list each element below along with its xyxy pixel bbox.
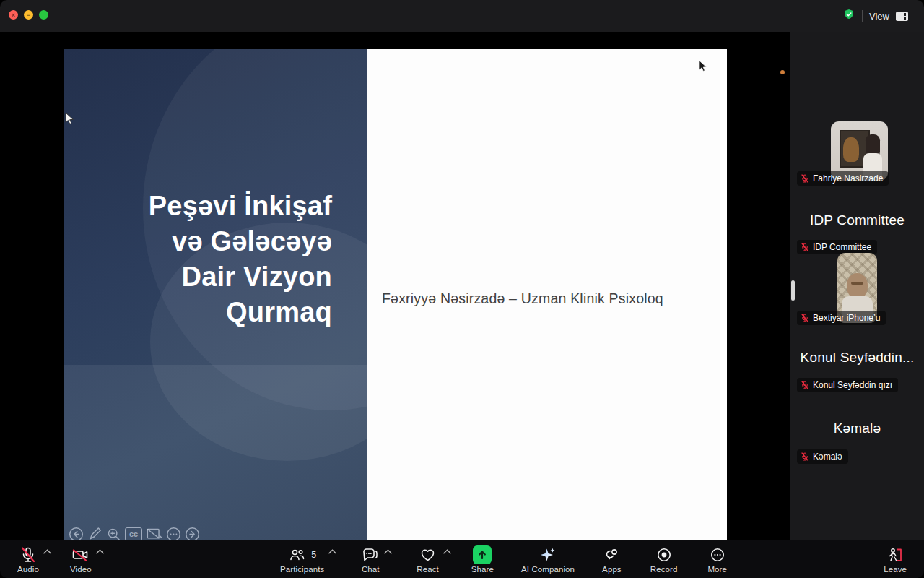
presenter-cursor-black xyxy=(699,60,708,76)
leave-button[interactable]: Leave xyxy=(876,540,914,574)
participants-options-caret[interactable] xyxy=(328,540,336,574)
participant-name-badge: IDP Committee xyxy=(797,240,877,254)
apps-label: Apps xyxy=(602,565,622,574)
ai-companion-label: AI Companion xyxy=(521,565,575,574)
chat-button[interactable]: Chat xyxy=(354,540,387,574)
participants-label: Participants xyxy=(280,565,324,574)
security-shield-icon xyxy=(842,8,855,24)
panel-scrollbar[interactable] xyxy=(791,280,795,301)
view-button-label: View xyxy=(869,11,889,22)
chat-label: Chat xyxy=(362,565,380,574)
minimize-button[interactable]: − xyxy=(24,10,33,20)
muted-mic-icon xyxy=(801,452,809,462)
heart-icon xyxy=(419,546,437,564)
share-label: Share xyxy=(471,565,494,574)
status-indicator-dot xyxy=(780,70,785,74)
record-button[interactable]: Record xyxy=(643,540,685,574)
slide-title-line: və Gələcəyə xyxy=(94,224,332,259)
apps-icon xyxy=(603,546,620,564)
participant-name-badge: Bextiyar iPhone’u xyxy=(797,311,886,325)
chat-icon xyxy=(361,546,380,564)
react-button[interactable]: React xyxy=(409,540,446,574)
ai-sparkle-icon xyxy=(539,546,557,564)
leave-label: Leave xyxy=(884,565,907,574)
video-label: Video xyxy=(70,565,92,574)
closed-captions-button[interactable]: cc xyxy=(125,527,142,540)
meeting-toolbar: Audio Video 5 Participants xyxy=(0,540,924,578)
slideshow-more-button[interactable] xyxy=(166,527,181,540)
ai-companion-button[interactable]: AI Companion xyxy=(514,540,582,574)
slide-title-line: Peşəvi İnkişaf xyxy=(94,189,332,224)
slide-title: Peşəvi İnkişaf və Gələcəyə Dair Vizyon Q… xyxy=(94,189,332,330)
view-control[interactable]: View xyxy=(835,7,915,25)
shared-screen-area: Peşəvi İnkişaf və Gələcəyə Dair Vizyon Q… xyxy=(0,32,790,540)
participant-name: Bextiyar iPhone’u xyxy=(813,313,880,323)
pen-tool-button[interactable] xyxy=(87,527,103,540)
participants-panel: Fahriye Nasirzade IDP Committee IDP Comm… xyxy=(790,32,924,540)
chat-options-caret[interactable] xyxy=(384,540,392,574)
end-slideshow-button[interactable] xyxy=(146,527,162,540)
presentation-slide: Peşəvi İnkişaf və Gələcəyə Dair Vizyon Q… xyxy=(64,49,727,540)
share-button[interactable]: Share xyxy=(464,540,501,574)
share-screen-icon xyxy=(473,545,492,564)
participant-display-name[interactable]: IDP Committee xyxy=(790,212,924,228)
muted-mic-icon xyxy=(801,174,809,184)
participant-name: Konul Seyfəddin qızı xyxy=(813,380,892,390)
window-titlebar: × − View xyxy=(0,0,924,32)
video-options-caret[interactable] xyxy=(96,540,104,578)
participants-icon xyxy=(288,546,306,564)
zoom-magnifier-button[interactable] xyxy=(106,527,121,540)
more-ellipsis-icon xyxy=(709,546,726,564)
audio-options-caret[interactable] xyxy=(43,540,51,578)
remote-cursor-white xyxy=(65,112,75,129)
participant-name: IDP Committee xyxy=(813,242,871,252)
slideshow-controls: cc xyxy=(69,527,200,540)
next-slide-button[interactable] xyxy=(185,527,200,540)
titlebar-divider xyxy=(862,10,863,22)
more-label: More xyxy=(707,565,727,574)
slide-left-panel: Peşəvi İnkişaf və Gələcəyə Dair Vizyon Q… xyxy=(64,49,367,540)
participant-name: Kəmalə xyxy=(813,452,842,462)
captions-glyph: cc xyxy=(129,530,138,538)
muted-mic-icon xyxy=(801,381,809,390)
gallery-view-icon xyxy=(896,12,908,21)
react-options-caret[interactable] xyxy=(443,540,451,574)
mic-muted-icon xyxy=(19,546,37,564)
react-label: React xyxy=(417,565,439,574)
participants-button[interactable]: 5 Participants xyxy=(273,540,331,574)
camera-muted-icon xyxy=(71,546,90,564)
slide-title-line: Dair Vizyon xyxy=(94,259,332,295)
apps-button[interactable]: Apps xyxy=(595,540,629,574)
traffic-lights: × − xyxy=(9,10,48,20)
video-button[interactable]: Video xyxy=(63,540,99,578)
participant-name: Fahriye Nasirzade xyxy=(813,173,883,184)
participant-name-badge: Fahriye Nasirzade xyxy=(797,171,889,186)
close-button[interactable]: × xyxy=(9,10,18,20)
audio-button[interactable]: Audio xyxy=(10,540,46,578)
more-button[interactable]: More xyxy=(700,540,734,574)
audio-label: Audio xyxy=(17,565,39,574)
participant-display-name[interactable]: Konul Seyfəddin... xyxy=(790,350,924,366)
participant-name-badge: Konul Seyfəddin qızı xyxy=(797,378,898,392)
video-content xyxy=(851,282,863,285)
fullscreen-button[interactable] xyxy=(39,10,48,20)
leave-meeting-icon xyxy=(886,546,905,564)
record-icon xyxy=(655,546,673,564)
participant-display-name[interactable]: Kəmalə xyxy=(790,420,924,436)
muted-mic-icon xyxy=(801,243,809,252)
muted-mic-icon xyxy=(801,314,809,323)
slide-subtitle: Fəxriyyə Nəsirzadə – Uzman Klinik Psixol… xyxy=(382,290,663,307)
participant-name-badge: Kəmalə xyxy=(797,449,848,464)
participants-count: 5 xyxy=(311,550,316,560)
record-label: Record xyxy=(650,565,678,574)
video-content xyxy=(847,273,868,299)
previous-slide-button[interactable] xyxy=(69,527,84,540)
video-content xyxy=(843,137,859,162)
slide-title-line: Qurmaq xyxy=(94,295,332,330)
